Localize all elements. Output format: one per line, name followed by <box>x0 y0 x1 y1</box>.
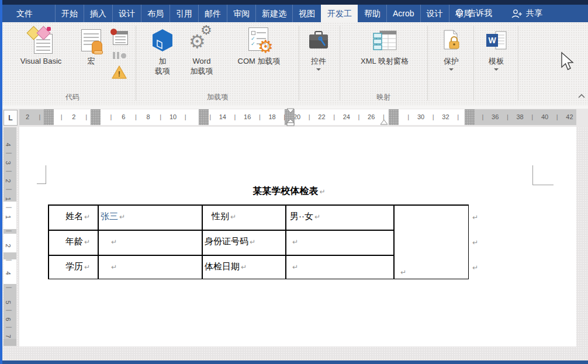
ruler-number: 40 <box>541 113 548 122</box>
ruler-tick: | <box>556 113 558 122</box>
visual-basic-button[interactable]: Visual Basic <box>8 26 74 85</box>
table-column-marker[interactable] <box>91 109 101 125</box>
document-title: 某某学校体检表 <box>253 186 318 196</box>
tab-mailings[interactable]: 邮件 <box>198 5 227 22</box>
word-addins-gears-icon: ⚙ ⚙ <box>188 26 216 56</box>
left-indent-marker[interactable] <box>380 119 388 125</box>
tab-references[interactable]: 引用 <box>170 5 198 22</box>
record-macro-button[interactable] <box>109 28 129 47</box>
ruler-tick: | <box>358 113 360 122</box>
collapse-ribbon-chevron[interactable] <box>577 93 586 99</box>
word-addins-button[interactable]: ⚙ ⚙ Word 加载项 <box>183 26 220 85</box>
vertical-ruler[interactable]: 4321124567||||||||| <box>4 127 16 346</box>
v-ruler-tick: | <box>6 207 12 209</box>
tab-design2[interactable]: 设计 <box>420 5 449 22</box>
tell-me-label[interactable]: 告诉我 <box>468 8 492 19</box>
macros-button[interactable]: 宏 <box>76 26 106 85</box>
ribbon: Visual Basic 宏 <box>2 22 588 106</box>
tab-acrobat[interactable]: Acrob <box>386 5 420 22</box>
ruler-number: 30 <box>417 113 424 122</box>
lightbulb-icon <box>455 8 464 19</box>
table-column-marker[interactable] <box>199 109 209 125</box>
xml-mapping-pane-label: XML 映射窗格 <box>361 56 409 66</box>
ruler-tick: | <box>309 113 310 122</box>
v-ruler-tick: | <box>6 189 12 190</box>
v-ruler-number: 3 <box>5 161 11 164</box>
v-ruler-number: 4 <box>5 143 11 146</box>
table-column-marker[interactable] <box>44 109 54 125</box>
ruler-tick: | <box>433 113 434 122</box>
ruler-tick: | <box>135 113 137 122</box>
tab-help[interactable]: 帮助 <box>358 5 386 22</box>
tab-design[interactable]: 设计 <box>112 5 141 22</box>
protect-button[interactable]: 保护 <box>433 26 470 85</box>
template-word-doc-icon: W <box>484 26 509 56</box>
ruler-number: 14 <box>219 113 226 122</box>
template-label: 模板 <box>489 56 504 66</box>
pause-recording-button[interactable] <box>109 50 129 61</box>
v-ruler-number: 4 <box>5 271 11 275</box>
ruler-tick: | <box>531 113 533 122</box>
xml-mapping-pane-button[interactable]: XML 映射窗格 <box>344 26 426 85</box>
paragraph-mark: ↵ <box>319 188 325 196</box>
addins-cube-icon <box>150 26 175 56</box>
exam-form-table[interactable] <box>48 204 469 279</box>
ruler-number: 26 <box>368 113 375 122</box>
ruler-tick: | <box>160 113 161 122</box>
window-title-strip <box>0 0 588 5</box>
ruler-tick: | <box>259 113 261 122</box>
addins-button[interactable]: 加 载项 <box>144 26 181 85</box>
ruler-number: 8 <box>147 113 150 122</box>
tabbar-right-tools: 告诉我 共享 <box>455 5 542 22</box>
tab-stop-selector[interactable]: L <box>4 110 18 126</box>
com-addins-label: COM 加载项 <box>238 56 281 66</box>
table-column-marker[interactable] <box>465 109 475 125</box>
addins-label-line2: 载项 <box>155 66 170 76</box>
tab-review[interactable]: 审阅 <box>227 5 255 22</box>
v-ruler-tick: | <box>6 310 12 311</box>
first-line-indent-marker[interactable] <box>286 108 295 113</box>
ruler-number: 22 <box>318 113 325 122</box>
ruler-number: 18 <box>268 113 275 122</box>
group-separator <box>136 26 136 100</box>
v-ruler-band <box>4 234 16 252</box>
v-ruler-number: 1 <box>5 197 11 200</box>
ruler-number: 24 <box>343 113 350 122</box>
tab-home[interactable]: 开始 <box>55 5 84 22</box>
macro-security-button[interactable]: ! <box>109 63 129 81</box>
ruler-tick: | <box>482 113 484 122</box>
ruler-tick: | <box>85 113 87 122</box>
ruler-number: 6 <box>122 113 125 122</box>
controls-label: 控件 <box>311 56 326 66</box>
addins-label-line1: 加 <box>159 56 167 66</box>
document-title-line[interactable]: 某某学校体检表↵ <box>46 185 532 197</box>
tab-insert[interactable]: 插入 <box>84 5 112 22</box>
ruler-tick: | <box>185 113 186 122</box>
horizontal-ruler[interactable]: 2|||||||||||||||||||||||2468101416182022… <box>19 109 576 125</box>
group-separator <box>299 26 299 100</box>
tab-developer[interactable]: 开发工 <box>321 5 358 22</box>
tab-file[interactable]: 文件 <box>11 5 39 22</box>
table-column-marker[interactable] <box>389 109 399 125</box>
com-addins-icon: ✓ ✓ ⚙ <box>245 26 273 56</box>
word-addins-label-line1: Word <box>193 56 211 66</box>
hanging-indent-marker[interactable] <box>286 119 295 127</box>
ruler-tick: | <box>507 113 509 122</box>
macro-security-warning-icon: ! <box>111 65 127 79</box>
group-separator <box>473 26 474 100</box>
ruler-number: 10 <box>170 113 177 122</box>
controls-button[interactable]: 控件 <box>302 26 335 85</box>
tab-view[interactable]: 视图 <box>292 5 321 22</box>
template-button[interactable]: W 模板 <box>478 26 514 85</box>
v-ruler-tick: | <box>6 171 12 172</box>
ruler-number: 16 <box>244 113 251 122</box>
svg-text:W: W <box>488 36 496 45</box>
tab-new-tab[interactable]: 新建选 <box>255 5 292 22</box>
com-addins-button[interactable]: ✓ ✓ ⚙ COM 加载项 <box>222 26 296 85</box>
margin-crop-mark <box>46 165 46 184</box>
svg-text:!: ! <box>118 70 120 78</box>
share-label[interactable]: 共享 <box>526 8 542 19</box>
status-bar <box>0 360 588 364</box>
tab-layout[interactable]: 布局 <box>141 5 170 22</box>
group-separator <box>427 26 428 100</box>
